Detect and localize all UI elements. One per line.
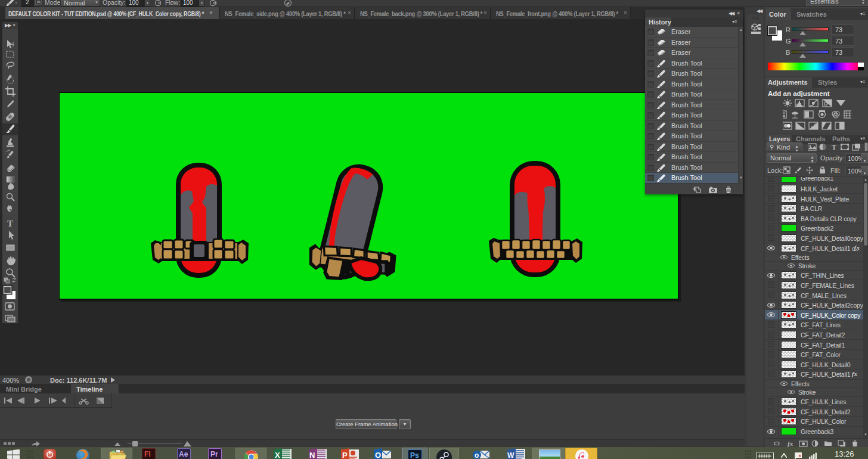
svg-text:P: P	[342, 451, 348, 459]
svg-text:N: N	[309, 451, 315, 459]
svg-text:T: T	[7, 219, 13, 228]
svg-text:T: T	[832, 143, 836, 151]
svg-text:o: o	[475, 451, 479, 459]
svg-text:fx: fx	[788, 440, 793, 447]
svg-text:W: W	[507, 451, 514, 459]
svg-text:O: O	[375, 451, 381, 459]
svg-text:X: X	[275, 451, 280, 459]
